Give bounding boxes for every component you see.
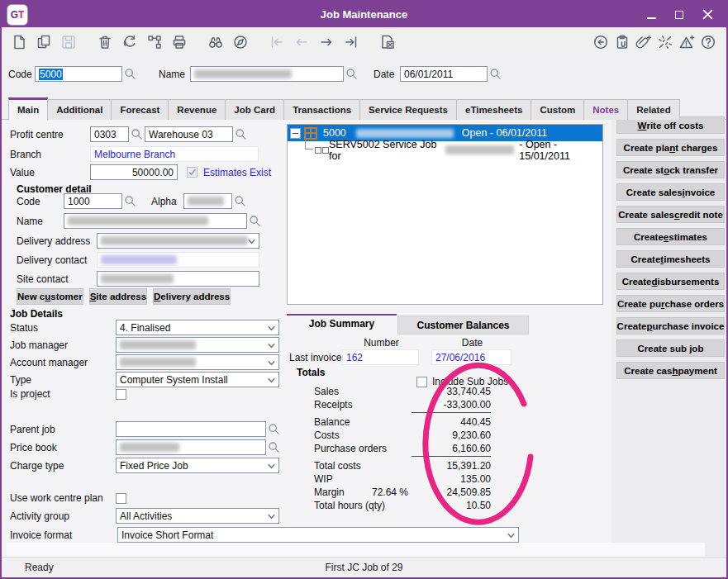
create-purchase-invoice-button[interactable]: Create purchase invoice	[616, 317, 725, 335]
invoice-format-dropdown[interactable]: Invoice Short Format	[117, 527, 519, 543]
totals-value: 135.00	[415, 473, 491, 485]
goto-record-icon[interactable]	[231, 33, 250, 52]
tab-job-summary[interactable]: Job Summary	[287, 318, 397, 330]
customer-code-search-icon[interactable]	[122, 193, 138, 209]
help-icon[interactable]	[698, 33, 717, 52]
tab-service-requests[interactable]: Service Requests	[359, 99, 457, 120]
value-input[interactable]: 50000.00	[90, 164, 178, 180]
profit-centre-name-search-icon[interactable]	[233, 126, 249, 142]
first-record-icon[interactable]	[267, 33, 286, 52]
delivery-address-combo[interactable]	[97, 233, 259, 249]
chevron-down-icon[interactable]	[266, 323, 277, 334]
delete-record-icon[interactable]	[95, 33, 114, 52]
record-position-indicator: First JC Job of 29	[2, 562, 726, 573]
add-attachment-icon[interactable]	[634, 33, 653, 52]
create-sub-job-button[interactable]: Create sub job	[616, 339, 725, 357]
code-search-icon[interactable]	[122, 66, 138, 82]
create-sales-credit-note-button[interactable]: Create sales credit note	[616, 206, 725, 223]
create-stock-transfer-button[interactable]: Create stock transfer	[616, 161, 725, 178]
copy-record-icon[interactable]	[34, 33, 53, 52]
last-invoice-number[interactable]: 162	[342, 349, 419, 365]
tab-transactions[interactable]: Transactions	[283, 99, 360, 120]
price-book-input[interactable]	[116, 439, 266, 455]
create-purchase-orders-button[interactable]: Create purchase orders	[616, 295, 725, 312]
name-search-icon[interactable]	[344, 66, 359, 82]
close-button[interactable]	[702, 9, 713, 21]
print-icon[interactable]	[169, 33, 188, 52]
create-cash-payment-button[interactable]: Create cash payment	[616, 362, 725, 379]
alpha-input[interactable]	[183, 193, 232, 209]
job-hierarchy-icon[interactable]	[145, 33, 164, 52]
minimize-button[interactable]	[645, 9, 657, 21]
customer-name-input[interactable]	[64, 213, 247, 229]
charge-type-dropdown[interactable]: Fixed Price Job	[116, 458, 279, 473]
tab-etimesheets[interactable]: eTimesheets	[456, 99, 531, 120]
chevron-down-icon[interactable]	[266, 375, 277, 386]
tab-customer-balances[interactable]: Customer Balances	[397, 316, 529, 335]
action-button-column: Write off costsCreate plant chargesCreat…	[616, 116, 725, 384]
find-icon[interactable]	[206, 33, 225, 52]
last-invoice-date[interactable]: 27/06/2016	[431, 349, 512, 365]
chevron-down-icon[interactable]	[266, 358, 277, 368]
code-input[interactable]: 5000	[35, 66, 122, 82]
job-manager-dropdown[interactable]	[116, 337, 279, 353]
create-disbursements-button[interactable]: Create disbursements	[616, 273, 725, 290]
is-project-checkbox[interactable]	[116, 389, 126, 400]
type-dropdown[interactable]: Computer System Install	[116, 372, 279, 387]
collapse-icon[interactable]	[290, 128, 301, 139]
date-search-icon[interactable]	[488, 66, 503, 82]
delivery-contact-label: Delivery contact	[17, 254, 97, 266]
work-centre-plan-checkbox[interactable]	[116, 493, 126, 504]
save-record-icon[interactable]	[59, 33, 78, 52]
tree-child-row[interactable]: SERV5002 Service Job for - Open - 15/01/…	[288, 141, 602, 159]
chevron-down-icon[interactable]	[506, 530, 516, 541]
new-customer-button[interactable]: New customer	[17, 288, 83, 305]
create-sales-invoice-button[interactable]: Create sales invoice	[616, 183, 725, 201]
account-manager-dropdown[interactable]	[116, 354, 279, 370]
refresh-icon[interactable]	[120, 33, 139, 52]
create-plant-charges-button[interactable]: Create plant charges	[616, 139, 725, 156]
tab-revenue[interactable]: Revenue	[168, 99, 226, 120]
activity-group-dropdown[interactable]: All Activities	[116, 508, 279, 524]
next-record-icon[interactable]	[316, 33, 335, 52]
profit-centre-search-icon[interactable]	[129, 126, 145, 142]
site-contact-field[interactable]	[97, 271, 259, 287]
chevron-down-icon[interactable]	[246, 236, 257, 247]
profit-centre-code-input[interactable]: 0303	[90, 126, 129, 142]
new-document-icon[interactable]	[9, 33, 28, 52]
maximize-button[interactable]	[673, 9, 685, 21]
chevron-down-icon[interactable]	[266, 511, 277, 522]
create-timesheets-button[interactable]: Create timesheets	[616, 250, 725, 268]
previous-record-icon[interactable]	[292, 33, 311, 52]
add-alert-icon[interactable]	[677, 33, 696, 52]
last-record-icon[interactable]	[341, 33, 360, 52]
back-icon[interactable]	[591, 33, 610, 52]
create-estimates-button[interactable]: Create estimates	[616, 228, 725, 245]
delivery-contact-field[interactable]	[97, 252, 259, 268]
alpha-search-icon[interactable]	[232, 193, 248, 209]
price-book-search-icon[interactable]	[266, 439, 282, 455]
site-address-button[interactable]: Site address	[89, 288, 147, 305]
tab-main[interactable]: Main	[8, 97, 48, 120]
redacted-name	[194, 69, 292, 78]
customer-name-search-icon[interactable]	[247, 213, 263, 229]
parent-job-search-icon[interactable]	[266, 421, 282, 437]
delivery-address-button[interactable]: Delivery address	[153, 288, 231, 305]
chevron-down-icon[interactable]	[266, 461, 277, 472]
name-input[interactable]	[190, 66, 344, 82]
tab-custom[interactable]: Custom	[531, 99, 584, 120]
tab-job-card[interactable]: Job Card	[225, 99, 284, 120]
tab-related[interactable]: Related	[627, 99, 680, 120]
tab-forecast[interactable]: Forecast	[111, 99, 169, 120]
tab-notes[interactable]: Notes	[583, 99, 628, 120]
tab-additional[interactable]: Additional	[47, 99, 112, 120]
customer-code-input[interactable]: 1000	[64, 193, 122, 209]
parent-job-input[interactable]	[116, 421, 266, 437]
unlink-icon[interactable]	[655, 33, 674, 52]
export-record-icon[interactable]	[378, 33, 397, 52]
chevron-down-icon[interactable]	[266, 340, 277, 351]
status-dropdown[interactable]: 4. Finalised	[116, 320, 279, 335]
profit-centre-name-input[interactable]: Warehouse 03	[145, 126, 233, 142]
attachments-icon[interactable]	[612, 33, 631, 52]
date-input[interactable]: 06/01/2011	[400, 66, 488, 82]
